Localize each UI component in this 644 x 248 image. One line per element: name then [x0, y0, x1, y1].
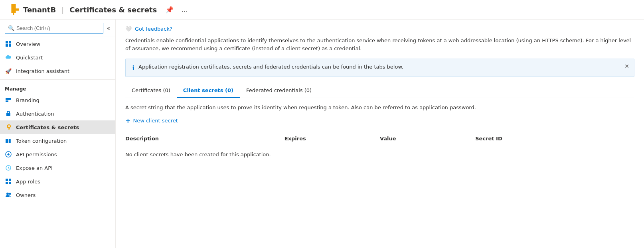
tab-description-text: A secret string that the application use… [125, 104, 634, 110]
heart-icon: 🤍 [125, 26, 132, 32]
info-banner: ℹ️ Application registration certificates… [125, 59, 634, 77]
col-header-value: Value [380, 136, 475, 142]
sidebar-label-branding: Branding [16, 97, 40, 103]
api-icon [5, 151, 12, 158]
svg-rect-6 [6, 139, 7, 143]
svg-rect-0 [6, 41, 8, 43]
cloud-icon [5, 54, 12, 61]
sidebar-item-owners[interactable]: Owners [0, 188, 115, 202]
info-banner-text: Application registration certificates, s… [138, 64, 403, 70]
sidebar-item-quickstart[interactable]: Quickstart [0, 51, 115, 64]
col-header-description: Description [125, 136, 284, 142]
feedback-text[interactable]: Got feedback? [135, 26, 172, 32]
app-name: TenantB [23, 6, 56, 14]
grid-icon [5, 40, 12, 47]
sidebar-item-approles[interactable]: App roles [0, 175, 115, 188]
svg-rect-3 [9, 44, 11, 47]
svg-rect-12 [6, 179, 8, 181]
svg-rect-14 [6, 182, 8, 184]
tab-certificates[interactable]: Certificates (0) [125, 83, 177, 98]
empty-state-message: No client secrets have been created for … [125, 145, 634, 164]
pin-icon[interactable]: 📌 [164, 4, 175, 15]
info-icon: ℹ️ [132, 64, 134, 72]
sidebar-item-integration[interactable]: 🚀 Integration assistant [0, 64, 115, 78]
content-area: 🤍 Got feedback? Credentials enable confi… [116, 20, 644, 248]
app-key-icon [8, 4, 19, 15]
svg-rect-15 [9, 182, 11, 184]
svg-rect-4 [6, 98, 11, 100]
page-title: Certificates & secrets [69, 6, 157, 14]
manage-label: Manage [0, 81, 115, 93]
close-banner-button[interactable]: ✕ [624, 63, 629, 69]
sidebar-label-token: Token configuration [16, 138, 67, 144]
search-container: 🔍 « [0, 20, 115, 37]
svg-point-17 [9, 193, 11, 195]
tabs-row: Certificates (0) Client secrets (0) Fede… [125, 83, 634, 98]
svg-point-16 [6, 193, 9, 195]
col-header-expires: Expires [284, 136, 380, 142]
sidebar-label-integration: Integration assistant [16, 68, 69, 74]
svg-rect-1 [9, 41, 11, 43]
add-client-secret-button[interactable]: + New client secret [125, 117, 634, 124]
sidebar-label-api: API permissions [16, 152, 57, 157]
approles-icon [5, 178, 12, 185]
description-text: Credentials enable confidential applicat… [125, 37, 634, 52]
sidebar-label-approles: App roles [16, 179, 40, 185]
sidebar: 🔍 « Overview Quickstart 🚀 Integration as… [0, 20, 116, 248]
branding-icon [5, 96, 12, 104]
main-layout: 🔍 « Overview Quickstart 🚀 Integration as… [0, 20, 644, 248]
expose-icon [5, 164, 12, 171]
sidebar-label-overview: Overview [16, 41, 40, 47]
sidebar-item-token[interactable]: Token configuration [0, 134, 115, 148]
sidebar-item-overview[interactable]: Overview [0, 37, 115, 51]
search-input[interactable] [5, 23, 103, 33]
svg-rect-5 [6, 100, 8, 102]
owners-icon [5, 191, 12, 199]
sidebar-label-certs: Certificates & secrets [16, 124, 79, 130]
svg-rect-2 [6, 44, 8, 47]
sidebar-item-branding[interactable]: Branding [0, 93, 115, 107]
token-icon [5, 137, 12, 144]
more-options-icon[interactable]: ... [180, 4, 189, 15]
add-button-label: New client secret [133, 118, 178, 124]
top-header: TenantB | Certificates & secrets 📌 ... [0, 0, 644, 20]
sidebar-item-expose[interactable]: Expose an API [0, 161, 115, 175]
rocket-icon: 🚀 [5, 67, 12, 75]
svg-rect-7 [7, 139, 8, 143]
sidebar-label-owners: Owners [16, 192, 36, 198]
header-icons: 📌 ... [164, 4, 189, 15]
auth-icon [5, 110, 12, 117]
sidebar-item-authentication[interactable]: Authentication [0, 107, 115, 120]
sidebar-label-expose: Expose an API [16, 165, 53, 171]
search-icon: 🔍 [8, 25, 14, 31]
sidebar-item-api[interactable]: API permissions [0, 148, 115, 161]
table-header: Description Expires Value Secret ID [125, 132, 634, 145]
svg-rect-8 [9, 139, 10, 143]
key-icon [5, 124, 12, 131]
svg-rect-9 [10, 139, 11, 143]
collapse-sidebar-button[interactable]: « [107, 24, 111, 32]
feedback-bar[interactable]: 🤍 Got feedback? [125, 26, 634, 32]
sidebar-divider [0, 79, 115, 80]
tab-federated[interactable]: Federated credentials (0) [240, 83, 318, 98]
col-header-secret-id: Secret ID [475, 136, 634, 142]
header-separator: | [61, 6, 64, 14]
svg-rect-13 [9, 179, 11, 181]
sidebar-label-quickstart: Quickstart [16, 55, 43, 61]
sidebar-label-authentication: Authentication [16, 111, 54, 117]
sidebar-item-certs[interactable]: Certificates & secrets [0, 120, 115, 134]
plus-icon: + [125, 117, 130, 124]
tab-client-secrets[interactable]: Client secrets (0) [177, 83, 240, 98]
